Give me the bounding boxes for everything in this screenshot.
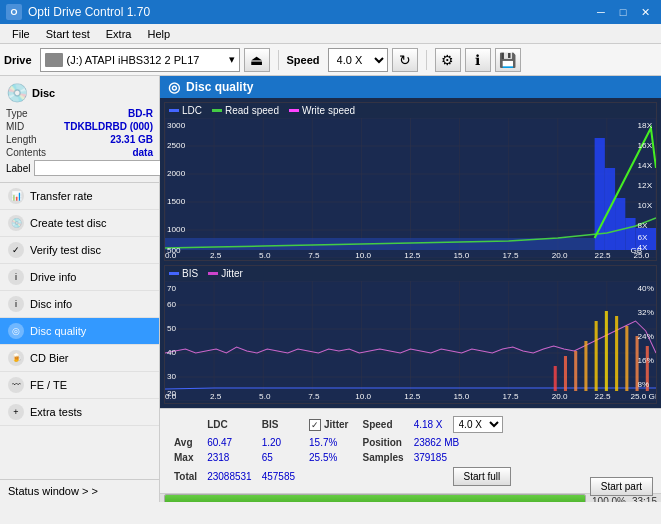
- svg-text:60: 60: [167, 300, 177, 309]
- app-title: Opti Drive Control 1.70: [28, 5, 150, 19]
- svg-text:2.5: 2.5: [210, 251, 222, 258]
- menu-start-test[interactable]: Start test: [38, 26, 98, 42]
- panel-header-icon: ◎: [168, 79, 180, 95]
- svg-rect-72: [615, 316, 618, 391]
- disc-type-row: Type BD-R: [6, 108, 153, 119]
- menu-extra[interactable]: Extra: [98, 26, 140, 42]
- avg-bis-value: 1.20: [258, 436, 299, 449]
- create-test-disc-icon: 💿: [8, 215, 24, 231]
- svg-text:10X: 10X: [638, 201, 653, 210]
- title-bar-left: O Opti Drive Control 1.70: [6, 4, 150, 20]
- max-ldc-value: 2318: [203, 451, 256, 464]
- ldc-col-header: LDC: [203, 415, 256, 434]
- write-speed-legend-dot: [289, 109, 299, 112]
- progress-bar-inner: [165, 495, 585, 502]
- svg-text:32%: 32%: [638, 308, 654, 317]
- sidebar-item-disc-quality[interactable]: ◎ Disc quality: [0, 318, 159, 345]
- svg-text:12X: 12X: [638, 181, 653, 190]
- start-part-button-container: Start part: [590, 477, 653, 496]
- settings-button[interactable]: ⚙: [435, 48, 461, 72]
- svg-text:GB: GB: [630, 246, 642, 255]
- jitter-legend-dot: [208, 272, 218, 275]
- svg-text:17.5: 17.5: [503, 392, 519, 401]
- start-full-button[interactable]: Start full: [453, 467, 512, 486]
- menu-help[interactable]: Help: [139, 26, 178, 42]
- read-speed-legend-label: Read speed: [225, 105, 279, 116]
- disc-info-icon: i: [8, 296, 24, 312]
- content-area: ◎ Disc quality LDC Read speed: [160, 76, 661, 502]
- disc-length-label: Length: [6, 134, 37, 145]
- svg-rect-68: [574, 351, 577, 391]
- drive-selector[interactable]: (J:) ATAPI iHBS312 2 PL17 ▾: [40, 48, 240, 72]
- sidebar: 💿 Disc Type BD-R MID TDKBLDRBD (000) Len…: [0, 76, 160, 502]
- disc-mid-row: MID TDKBLDRBD (000): [6, 121, 153, 132]
- start-part-button[interactable]: Start part: [590, 477, 653, 496]
- jitter-col-header: Jitter: [324, 419, 348, 430]
- status-window-label: Status window > >: [8, 485, 98, 497]
- svg-text:25.0 GB: 25.0 GB: [630, 392, 656, 401]
- refresh-button[interactable]: ↻: [392, 48, 418, 72]
- max-jitter-value: 25.5%: [301, 451, 352, 464]
- toolbar: Drive (J:) ATAPI iHBS312 2 PL17 ▾ ⏏ Spee…: [0, 44, 661, 76]
- sidebar-item-fe-te[interactable]: 〰 FE / TE: [0, 372, 159, 399]
- close-button[interactable]: ✕: [635, 4, 655, 20]
- max-row-label: Max: [170, 451, 201, 464]
- jitter-legend-label: Jitter: [221, 268, 243, 279]
- sidebar-item-disc-info[interactable]: i Disc info: [0, 291, 159, 318]
- svg-text:30: 30: [167, 372, 177, 381]
- minimize-button[interactable]: ─: [591, 4, 611, 20]
- speed-selector[interactable]: 4.0 X: [328, 48, 388, 72]
- speed-select-sm[interactable]: 4.0 X: [453, 416, 503, 433]
- menu-file[interactable]: File: [4, 26, 38, 42]
- drive-icon: [45, 53, 63, 67]
- transfer-rate-icon: 📊: [8, 188, 24, 204]
- app-icon: O: [6, 4, 22, 20]
- svg-text:24%: 24%: [638, 332, 654, 341]
- top-chart-panel: LDC Read speed Write speed: [164, 102, 657, 261]
- read-speed-legend: Read speed: [212, 105, 279, 116]
- svg-text:1000: 1000: [167, 225, 186, 234]
- svg-text:2.5: 2.5: [210, 392, 222, 401]
- drive-dropdown-arrow: ▾: [229, 53, 235, 66]
- disc-info-label: Disc info: [30, 298, 72, 310]
- svg-rect-21: [615, 198, 625, 250]
- disc-label-input[interactable]: [34, 160, 167, 176]
- disc-label-text: Label: [6, 163, 30, 174]
- svg-text:7.5: 7.5: [308, 251, 320, 258]
- read-speed-legend-dot: [212, 109, 222, 112]
- ldc-legend-dot: [169, 109, 179, 112]
- status-window-button[interactable]: Status window > >: [0, 479, 159, 502]
- charts-container: LDC Read speed Write speed: [160, 98, 661, 408]
- svg-rect-73: [625, 326, 628, 391]
- bottom-chart-legend: BIS Jitter: [165, 266, 656, 281]
- jitter-checkbox[interactable]: ✓: [309, 419, 321, 431]
- disc-mid-label: MID: [6, 121, 24, 132]
- sidebar-item-extra-tests[interactable]: + Extra tests: [0, 399, 159, 426]
- maximize-button[interactable]: □: [613, 4, 633, 20]
- svg-text:2000: 2000: [167, 169, 186, 178]
- bis-legend: BIS: [169, 268, 198, 279]
- time-text: 33:15: [632, 496, 657, 503]
- svg-text:10.0: 10.0: [355, 251, 371, 258]
- fe-te-icon: 〰: [8, 377, 24, 393]
- write-speed-legend: Write speed: [289, 105, 355, 116]
- eject-button[interactable]: ⏏: [244, 48, 270, 72]
- progress-bar-outer: [164, 494, 586, 502]
- svg-text:40: 40: [167, 348, 177, 357]
- sidebar-item-verify-test-disc[interactable]: ✓ Verify test disc: [0, 237, 159, 264]
- sidebar-item-drive-info[interactable]: i Drive info: [0, 264, 159, 291]
- fe-te-label: FE / TE: [30, 379, 67, 391]
- sidebar-item-transfer-rate[interactable]: 📊 Transfer rate: [0, 183, 159, 210]
- save-button[interactable]: 💾: [495, 48, 521, 72]
- speed-col-select[interactable]: 4.0 X: [449, 415, 516, 434]
- total-row-label: Total: [170, 466, 201, 487]
- svg-rect-66: [554, 366, 557, 391]
- svg-rect-71: [605, 311, 608, 391]
- sidebar-item-create-test-disc[interactable]: 💿 Create test disc: [0, 210, 159, 237]
- svg-text:0.0: 0.0: [165, 251, 177, 258]
- separator-2: [426, 50, 427, 70]
- sidebar-item-cd-bier[interactable]: 🍺 CD Bier: [0, 345, 159, 372]
- jitter-checkbox-row: ✓ Jitter: [309, 419, 348, 431]
- info-button[interactable]: ℹ: [465, 48, 491, 72]
- create-test-disc-label: Create test disc: [30, 217, 106, 229]
